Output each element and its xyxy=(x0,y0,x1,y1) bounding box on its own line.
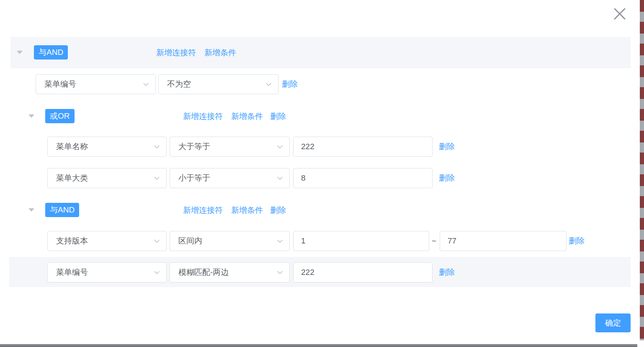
group2-collapse-caret-icon[interactable] xyxy=(28,114,34,118)
row2-value-input[interactable] xyxy=(293,137,433,157)
row4-field-select[interactable]: 支持版本 xyxy=(47,231,167,251)
row3-operator-value: 小于等于 xyxy=(178,168,210,188)
row5-operator-value: 模糊匹配-两边 xyxy=(178,263,229,282)
row4-range-from-input[interactable] xyxy=(293,231,429,251)
bottom-scrollbar[interactable] xyxy=(0,344,637,347)
row4-range-to-input[interactable] xyxy=(440,231,567,251)
row5-value-input[interactable] xyxy=(293,262,433,282)
row4-operator-value: 区间内 xyxy=(178,231,202,251)
row1-field-value: 菜单编号 xyxy=(44,75,76,94)
row2-operator-select[interactable]: 大于等于 xyxy=(170,137,290,157)
row5-operator-select[interactable]: 模糊匹配-两边 xyxy=(170,262,290,282)
row5-field-select[interactable]: 菜单编号 xyxy=(47,262,167,282)
chevron-down-icon xyxy=(153,238,160,246)
chevron-down-icon xyxy=(276,175,283,184)
chevron-down-icon xyxy=(265,81,272,90)
group1-header-band xyxy=(10,37,631,68)
row1-field-select[interactable]: 菜单编号 xyxy=(36,74,156,94)
close-button[interactable] xyxy=(611,5,629,23)
chevron-down-icon xyxy=(276,269,283,278)
group1-add-condition-link[interactable]: 新增条件 xyxy=(204,48,236,57)
row3-field-select[interactable]: 菜单大类 xyxy=(47,168,167,188)
row2-operator-value: 大于等于 xyxy=(178,137,210,156)
group1-add-connector-link[interactable]: 新增连接符 xyxy=(156,48,196,57)
group3-collapse-caret-icon[interactable] xyxy=(28,208,34,212)
row3-delete-link[interactable]: 删除 xyxy=(439,174,455,183)
group3-connector-badge[interactable]: 与AND xyxy=(45,203,79,217)
chevron-down-icon xyxy=(153,175,160,184)
range-separator: ~ xyxy=(432,236,436,246)
group2-add-connector-link[interactable]: 新增连接符 xyxy=(183,112,223,121)
confirm-button[interactable]: 确定 xyxy=(595,313,631,332)
group1-connector-badge[interactable]: 与AND xyxy=(34,45,68,60)
row5-field-value: 菜单编号 xyxy=(56,263,88,282)
row1-delete-link[interactable]: 删除 xyxy=(282,80,298,89)
row3-field-value: 菜单大类 xyxy=(56,168,88,188)
row1-operator-value: 不为空 xyxy=(167,75,191,94)
group1-collapse-caret-icon[interactable] xyxy=(17,51,23,54)
group3-add-connector-link[interactable]: 新增连接符 xyxy=(183,206,223,215)
group2-add-condition-link[interactable]: 新增条件 xyxy=(231,112,263,121)
chevron-down-icon xyxy=(153,269,160,278)
row4-delete-link[interactable]: 删除 xyxy=(569,236,585,246)
chevron-down-icon xyxy=(276,238,283,246)
row4-field-value: 支持版本 xyxy=(56,231,88,251)
row1-operator-select[interactable]: 不为空 xyxy=(158,74,278,94)
group2-connector-badge[interactable]: 或OR xyxy=(45,109,75,123)
chevron-down-icon xyxy=(153,143,160,152)
row4-operator-select[interactable]: 区间内 xyxy=(170,231,290,251)
chevron-down-icon xyxy=(276,143,283,152)
chevron-down-icon xyxy=(142,81,149,90)
row2-field-value: 菜单名称 xyxy=(56,137,88,156)
row2-field-select[interactable]: 菜单名称 xyxy=(47,137,167,157)
row3-value-input[interactable] xyxy=(293,168,433,188)
group2-delete-link[interactable]: 删除 xyxy=(270,112,286,121)
right-scrollbar[interactable] xyxy=(640,0,644,340)
row2-delete-link[interactable]: 删除 xyxy=(439,142,455,151)
row5-delete-link[interactable]: 删除 xyxy=(439,268,455,277)
group3-add-condition-link[interactable]: 新增条件 xyxy=(231,206,263,215)
row3-operator-select[interactable]: 小于等于 xyxy=(170,168,290,188)
group3-delete-link[interactable]: 删除 xyxy=(270,206,286,215)
close-icon xyxy=(613,16,627,22)
condition-builder-dialog: 与AND 新增连接符 新增条件 菜单编号 不为空 删除 或OR 新增连接符 新增… xyxy=(0,0,644,347)
